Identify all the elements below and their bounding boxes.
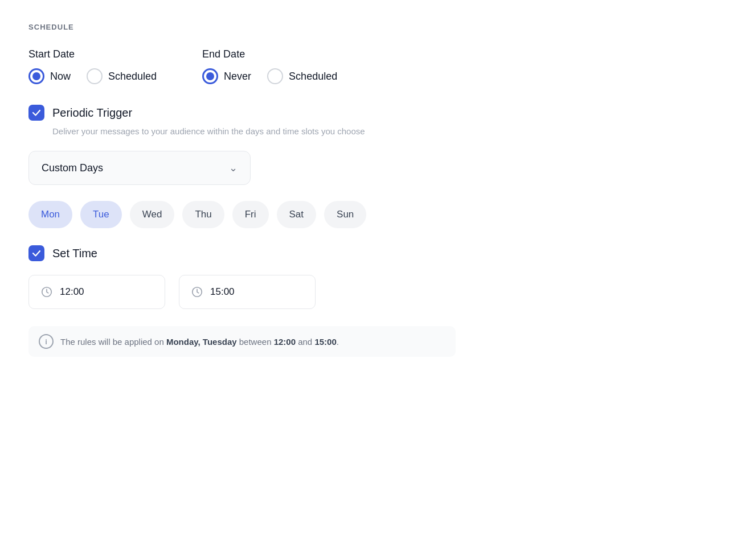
info-start-time: 12:00 xyxy=(274,337,296,347)
periodic-trigger-checkbox[interactable] xyxy=(28,105,44,121)
end-scheduled-label: Scheduled xyxy=(289,71,337,83)
set-time-row: Set Time xyxy=(28,245,725,261)
day-pill-sun[interactable]: Sun xyxy=(324,201,366,228)
day-pill-tue[interactable]: Tue xyxy=(80,201,122,228)
section-title: SCHEDULE xyxy=(28,23,725,31)
info-text-prefix: The rules will be applied on xyxy=(60,337,166,347)
start-scheduled-radio[interactable] xyxy=(87,68,103,84)
end-never-option[interactable]: Never xyxy=(202,68,251,84)
start-scheduled-label: Scheduled xyxy=(108,71,157,83)
clock-icon-start xyxy=(40,286,53,298)
end-scheduled-radio[interactable] xyxy=(267,68,283,84)
days-row: MonTueWedThuFriSatSun xyxy=(28,201,725,228)
periodic-trigger-description: Deliver your messages to your audience w… xyxy=(28,126,725,136)
set-time-checkbox[interactable] xyxy=(28,245,44,261)
day-pill-wed[interactable]: Wed xyxy=(130,201,175,228)
info-period: . xyxy=(337,337,339,347)
day-pill-sat[interactable]: Sat xyxy=(277,201,317,228)
end-time-input[interactable]: 15:00 xyxy=(179,275,316,309)
periodic-trigger-label: Periodic Trigger xyxy=(52,106,132,120)
start-date-group: Start Date Now Scheduled xyxy=(28,48,157,84)
set-time-check-icon xyxy=(32,249,41,258)
end-scheduled-option[interactable]: Scheduled xyxy=(267,68,337,84)
chevron-down-icon: ⌄ xyxy=(229,162,238,174)
end-date-label: End Date xyxy=(202,48,337,60)
end-never-label: Never xyxy=(224,71,251,83)
end-never-radio[interactable] xyxy=(202,68,218,84)
check-icon xyxy=(32,108,41,117)
info-row: i The rules will be applied on Monday, T… xyxy=(28,326,456,357)
end-date-radio-group: Never Scheduled xyxy=(202,68,337,84)
info-between: between xyxy=(237,337,274,347)
start-scheduled-option[interactable]: Scheduled xyxy=(87,68,157,84)
day-pill-thu[interactable]: Thu xyxy=(182,201,224,228)
info-text: The rules will be applied on Monday, Tue… xyxy=(60,337,339,347)
start-now-option[interactable]: Now xyxy=(28,68,71,84)
info-end-time: 15:00 xyxy=(314,337,336,347)
start-date-radio-group: Now Scheduled xyxy=(28,68,157,84)
clock-icon-end xyxy=(191,286,203,298)
start-now-radio[interactable] xyxy=(28,68,44,84)
custom-days-dropdown[interactable]: Custom Days ⌄ xyxy=(28,151,251,185)
start-time-input[interactable]: 12:00 xyxy=(28,275,165,309)
info-icon: i xyxy=(39,334,54,349)
start-time-value: 12:00 xyxy=(60,286,84,298)
day-pill-fri[interactable]: Fri xyxy=(232,201,269,228)
end-time-value: 15:00 xyxy=(210,286,235,298)
periodic-trigger-row: Periodic Trigger xyxy=(28,105,725,121)
start-now-label: Now xyxy=(50,71,71,83)
time-inputs-row: 12:00 15:00 xyxy=(28,275,725,309)
info-days: Monday, Tuesday xyxy=(166,337,237,347)
end-date-group: End Date Never Scheduled xyxy=(202,48,337,84)
custom-days-text: Custom Days xyxy=(42,162,103,174)
start-date-label: Start Date xyxy=(28,48,157,60)
date-row: Start Date Now Scheduled End Date Never … xyxy=(28,48,725,84)
day-pill-mon[interactable]: Mon xyxy=(28,201,72,228)
info-and: and xyxy=(296,337,314,347)
set-time-label: Set Time xyxy=(52,247,97,260)
